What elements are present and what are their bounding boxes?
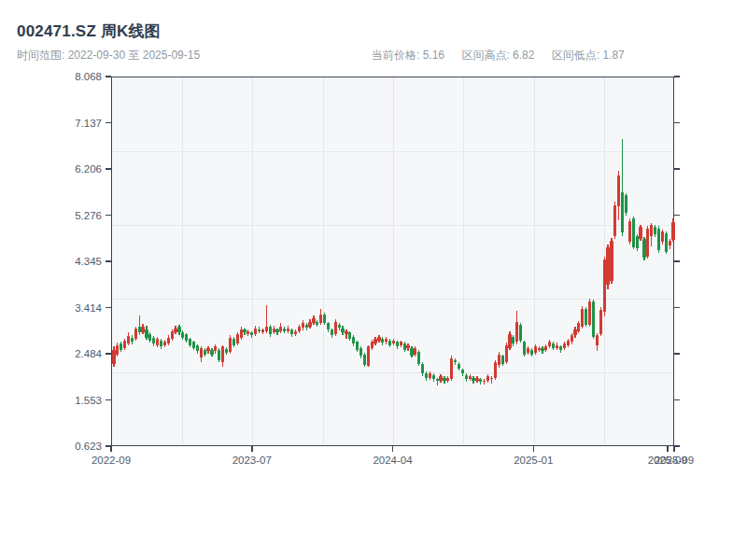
candle-down [552, 343, 555, 348]
candle-down [233, 339, 235, 344]
candle-down [410, 348, 413, 357]
candle-up [563, 343, 566, 348]
x-tick-mark [533, 446, 535, 452]
candle-up [261, 329, 264, 332]
candle-up [671, 222, 674, 240]
candle-up [669, 241, 671, 245]
candle-up [279, 327, 282, 331]
candle-up [527, 348, 529, 353]
candle-up [254, 329, 257, 334]
candle-up [498, 355, 500, 366]
candle-up [571, 335, 573, 342]
x-tick-mark [667, 446, 669, 452]
candle-down [316, 322, 318, 325]
candle-up [534, 346, 537, 353]
candle-up [567, 341, 570, 345]
candle-down [432, 375, 435, 380]
y-tick-mark-right [674, 445, 680, 447]
candle-down [243, 329, 246, 332]
candle-down [225, 349, 228, 353]
candle-up [163, 342, 166, 344]
candle-down [472, 378, 474, 381]
candle-up [446, 378, 449, 381]
candle-up [628, 221, 631, 243]
candle-down [403, 343, 406, 350]
candle-down [189, 339, 191, 344]
x-tick-mark [673, 446, 675, 452]
candle-down [327, 323, 330, 329]
candle-down [352, 337, 355, 343]
candle-down [210, 350, 213, 355]
candle-up [400, 342, 402, 344]
plot-area [111, 77, 674, 446]
candle-up [127, 336, 130, 343]
candle-down [458, 364, 460, 369]
candle-down [443, 378, 445, 381]
x-tick-label: 2024-04 [359, 454, 427, 467]
candle-up [171, 331, 174, 340]
candle-up [581, 309, 584, 327]
candle-up [606, 247, 609, 285]
candle-down [436, 379, 439, 381]
candle-down [305, 325, 308, 329]
candle-up [610, 241, 613, 282]
candle-down [120, 343, 122, 350]
x-tick-label: 2025-01 [500, 454, 567, 467]
y-tick-mark-left [106, 260, 111, 262]
candle-up [141, 327, 144, 332]
y-tick-mark-left [106, 307, 111, 309]
candle-up [273, 329, 275, 333]
candle-up [294, 331, 297, 334]
candle-up [588, 301, 591, 324]
candle-down [425, 373, 428, 378]
candle-down [363, 355, 366, 365]
candle-down [465, 375, 468, 380]
candle-down [275, 329, 278, 332]
candle-up [548, 342, 551, 346]
candle-up [469, 376, 472, 379]
candle-up [167, 338, 170, 343]
candle-up [367, 346, 370, 366]
candle-down [138, 327, 141, 332]
candle-down [625, 195, 627, 213]
candle-up [617, 175, 620, 206]
gridline-vertical [323, 77, 324, 445]
candle-up [385, 339, 388, 343]
y-tick-mark-left [106, 122, 111, 124]
candle-down [592, 301, 595, 336]
candle-up [494, 362, 497, 377]
candle-down [519, 325, 522, 341]
x-tick-mark [251, 446, 253, 452]
candle-up [334, 322, 337, 334]
candle-up [515, 322, 518, 343]
gridline-vertical [534, 77, 535, 445]
y-tick-mark-right [674, 168, 680, 170]
candle-up [156, 339, 159, 344]
candle-up [345, 331, 347, 334]
x-tick-label: 2025-09 [641, 454, 708, 467]
candle-up [236, 334, 239, 343]
candle-down [177, 327, 180, 332]
candle-up [371, 342, 374, 347]
y-tick-label: 3.414 [44, 301, 102, 315]
y-tick-mark-right [674, 260, 680, 262]
candle-up [508, 334, 511, 348]
candle-down [461, 370, 464, 373]
candle-up [406, 345, 409, 348]
y-tick-label: 8.068 [44, 70, 102, 83]
candle-up [538, 348, 541, 350]
candle-down [196, 345, 199, 352]
candle-down [152, 338, 155, 343]
y-tick-mark-left [106, 76, 111, 77]
candle-down [145, 329, 148, 338]
candle-up [319, 315, 322, 324]
candle-up [505, 345, 508, 363]
candle-down [665, 233, 668, 252]
candle-up [221, 346, 224, 362]
candle-down [479, 379, 482, 382]
candle-wick [491, 376, 492, 385]
candle-down [338, 325, 341, 329]
gridline-vertical [463, 77, 464, 445]
candle-up [613, 205, 616, 237]
y-tick-label: 6.206 [44, 162, 102, 175]
